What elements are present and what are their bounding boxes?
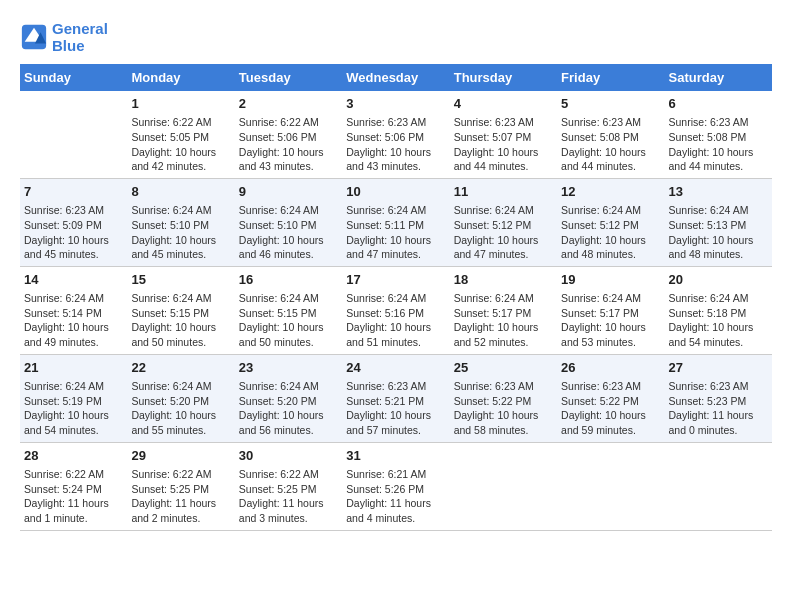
date-number: 2 bbox=[239, 95, 338, 113]
cell-info: Sunrise: 6:23 AM Sunset: 5:21 PM Dayligh… bbox=[346, 379, 445, 438]
date-number: 23 bbox=[239, 359, 338, 377]
date-number: 29 bbox=[131, 447, 230, 465]
calendar-cell bbox=[557, 442, 664, 530]
calendar-cell: 30Sunrise: 6:22 AM Sunset: 5:25 PM Dayli… bbox=[235, 442, 342, 530]
calendar-cell: 26Sunrise: 6:23 AM Sunset: 5:22 PM Dayli… bbox=[557, 354, 664, 442]
calendar-cell: 18Sunrise: 6:24 AM Sunset: 5:17 PM Dayli… bbox=[450, 266, 557, 354]
day-header-wednesday: Wednesday bbox=[342, 64, 449, 91]
calendar-cell: 14Sunrise: 6:24 AM Sunset: 5:14 PM Dayli… bbox=[20, 266, 127, 354]
date-number: 27 bbox=[669, 359, 768, 377]
date-number: 30 bbox=[239, 447, 338, 465]
calendar-cell: 23Sunrise: 6:24 AM Sunset: 5:20 PM Dayli… bbox=[235, 354, 342, 442]
day-header-thursday: Thursday bbox=[450, 64, 557, 91]
date-number: 16 bbox=[239, 271, 338, 289]
date-number: 10 bbox=[346, 183, 445, 201]
calendar-cell: 25Sunrise: 6:23 AM Sunset: 5:22 PM Dayli… bbox=[450, 354, 557, 442]
week-row-5: 28Sunrise: 6:22 AM Sunset: 5:24 PM Dayli… bbox=[20, 442, 772, 530]
calendar-cell: 2Sunrise: 6:22 AM Sunset: 5:06 PM Daylig… bbox=[235, 91, 342, 178]
date-number: 24 bbox=[346, 359, 445, 377]
calendar-cell: 24Sunrise: 6:23 AM Sunset: 5:21 PM Dayli… bbox=[342, 354, 449, 442]
calendar-cell: 5Sunrise: 6:23 AM Sunset: 5:08 PM Daylig… bbox=[557, 91, 664, 178]
cell-info: Sunrise: 6:24 AM Sunset: 5:15 PM Dayligh… bbox=[131, 291, 230, 350]
days-header-row: SundayMondayTuesdayWednesdayThursdayFrid… bbox=[20, 64, 772, 91]
week-row-1: 1Sunrise: 6:22 AM Sunset: 5:05 PM Daylig… bbox=[20, 91, 772, 178]
logo-icon bbox=[20, 23, 48, 51]
calendar-cell: 3Sunrise: 6:23 AM Sunset: 5:06 PM Daylig… bbox=[342, 91, 449, 178]
cell-info: Sunrise: 6:24 AM Sunset: 5:17 PM Dayligh… bbox=[454, 291, 553, 350]
calendar-cell: 16Sunrise: 6:24 AM Sunset: 5:15 PM Dayli… bbox=[235, 266, 342, 354]
calendar-cell: 13Sunrise: 6:24 AM Sunset: 5:13 PM Dayli… bbox=[665, 178, 772, 266]
calendar-table: SundayMondayTuesdayWednesdayThursdayFrid… bbox=[20, 64, 772, 531]
date-number: 17 bbox=[346, 271, 445, 289]
cell-info: Sunrise: 6:24 AM Sunset: 5:12 PM Dayligh… bbox=[454, 203, 553, 262]
calendar-cell: 20Sunrise: 6:24 AM Sunset: 5:18 PM Dayli… bbox=[665, 266, 772, 354]
date-number: 18 bbox=[454, 271, 553, 289]
calendar-cell: 29Sunrise: 6:22 AM Sunset: 5:25 PM Dayli… bbox=[127, 442, 234, 530]
cell-info: Sunrise: 6:24 AM Sunset: 5:11 PM Dayligh… bbox=[346, 203, 445, 262]
cell-info: Sunrise: 6:23 AM Sunset: 5:08 PM Dayligh… bbox=[669, 115, 768, 174]
week-row-4: 21Sunrise: 6:24 AM Sunset: 5:19 PM Dayli… bbox=[20, 354, 772, 442]
date-number: 12 bbox=[561, 183, 660, 201]
calendar-cell: 31Sunrise: 6:21 AM Sunset: 5:26 PM Dayli… bbox=[342, 442, 449, 530]
calendar-cell bbox=[665, 442, 772, 530]
page-header: General Blue bbox=[20, 20, 772, 54]
calendar-cell: 10Sunrise: 6:24 AM Sunset: 5:11 PM Dayli… bbox=[342, 178, 449, 266]
cell-info: Sunrise: 6:23 AM Sunset: 5:22 PM Dayligh… bbox=[561, 379, 660, 438]
calendar-cell bbox=[450, 442, 557, 530]
date-number: 28 bbox=[24, 447, 123, 465]
calendar-cell: 17Sunrise: 6:24 AM Sunset: 5:16 PM Dayli… bbox=[342, 266, 449, 354]
date-number: 25 bbox=[454, 359, 553, 377]
day-header-saturday: Saturday bbox=[665, 64, 772, 91]
date-number: 6 bbox=[669, 95, 768, 113]
cell-info: Sunrise: 6:24 AM Sunset: 5:10 PM Dayligh… bbox=[239, 203, 338, 262]
cell-info: Sunrise: 6:22 AM Sunset: 5:05 PM Dayligh… bbox=[131, 115, 230, 174]
date-number: 5 bbox=[561, 95, 660, 113]
calendar-cell: 6Sunrise: 6:23 AM Sunset: 5:08 PM Daylig… bbox=[665, 91, 772, 178]
logo-text-line1: General bbox=[52, 20, 108, 37]
cell-info: Sunrise: 6:24 AM Sunset: 5:13 PM Dayligh… bbox=[669, 203, 768, 262]
week-row-3: 14Sunrise: 6:24 AM Sunset: 5:14 PM Dayli… bbox=[20, 266, 772, 354]
cell-info: Sunrise: 6:22 AM Sunset: 5:24 PM Dayligh… bbox=[24, 467, 123, 526]
day-header-sunday: Sunday bbox=[20, 64, 127, 91]
date-number: 7 bbox=[24, 183, 123, 201]
logo-text-line2: Blue bbox=[52, 37, 108, 54]
cell-info: Sunrise: 6:22 AM Sunset: 5:25 PM Dayligh… bbox=[131, 467, 230, 526]
cell-info: Sunrise: 6:24 AM Sunset: 5:10 PM Dayligh… bbox=[131, 203, 230, 262]
date-number: 19 bbox=[561, 271, 660, 289]
calendar-cell: 1Sunrise: 6:22 AM Sunset: 5:05 PM Daylig… bbox=[127, 91, 234, 178]
cell-info: Sunrise: 6:24 AM Sunset: 5:14 PM Dayligh… bbox=[24, 291, 123, 350]
cell-info: Sunrise: 6:24 AM Sunset: 5:19 PM Dayligh… bbox=[24, 379, 123, 438]
cell-info: Sunrise: 6:22 AM Sunset: 5:06 PM Dayligh… bbox=[239, 115, 338, 174]
calendar-cell: 28Sunrise: 6:22 AM Sunset: 5:24 PM Dayli… bbox=[20, 442, 127, 530]
calendar-cell bbox=[20, 91, 127, 178]
date-number: 8 bbox=[131, 183, 230, 201]
date-number: 21 bbox=[24, 359, 123, 377]
cell-info: Sunrise: 6:23 AM Sunset: 5:23 PM Dayligh… bbox=[669, 379, 768, 438]
calendar-cell: 22Sunrise: 6:24 AM Sunset: 5:20 PM Dayli… bbox=[127, 354, 234, 442]
date-number: 15 bbox=[131, 271, 230, 289]
calendar-cell: 7Sunrise: 6:23 AM Sunset: 5:09 PM Daylig… bbox=[20, 178, 127, 266]
logo: General Blue bbox=[20, 20, 108, 54]
cell-info: Sunrise: 6:23 AM Sunset: 5:22 PM Dayligh… bbox=[454, 379, 553, 438]
cell-info: Sunrise: 6:24 AM Sunset: 5:20 PM Dayligh… bbox=[131, 379, 230, 438]
date-number: 11 bbox=[454, 183, 553, 201]
date-number: 22 bbox=[131, 359, 230, 377]
date-number: 1 bbox=[131, 95, 230, 113]
week-row-2: 7Sunrise: 6:23 AM Sunset: 5:09 PM Daylig… bbox=[20, 178, 772, 266]
day-header-monday: Monday bbox=[127, 64, 234, 91]
cell-info: Sunrise: 6:23 AM Sunset: 5:09 PM Dayligh… bbox=[24, 203, 123, 262]
day-header-friday: Friday bbox=[557, 64, 664, 91]
calendar-cell: 21Sunrise: 6:24 AM Sunset: 5:19 PM Dayli… bbox=[20, 354, 127, 442]
date-number: 4 bbox=[454, 95, 553, 113]
date-number: 14 bbox=[24, 271, 123, 289]
date-number: 13 bbox=[669, 183, 768, 201]
day-header-tuesday: Tuesday bbox=[235, 64, 342, 91]
cell-info: Sunrise: 6:24 AM Sunset: 5:20 PM Dayligh… bbox=[239, 379, 338, 438]
calendar-cell: 12Sunrise: 6:24 AM Sunset: 5:12 PM Dayli… bbox=[557, 178, 664, 266]
cell-info: Sunrise: 6:24 AM Sunset: 5:16 PM Dayligh… bbox=[346, 291, 445, 350]
cell-info: Sunrise: 6:24 AM Sunset: 5:15 PM Dayligh… bbox=[239, 291, 338, 350]
cell-info: Sunrise: 6:24 AM Sunset: 5:17 PM Dayligh… bbox=[561, 291, 660, 350]
cell-info: Sunrise: 6:21 AM Sunset: 5:26 PM Dayligh… bbox=[346, 467, 445, 526]
cell-info: Sunrise: 6:23 AM Sunset: 5:08 PM Dayligh… bbox=[561, 115, 660, 174]
calendar-cell: 27Sunrise: 6:23 AM Sunset: 5:23 PM Dayli… bbox=[665, 354, 772, 442]
